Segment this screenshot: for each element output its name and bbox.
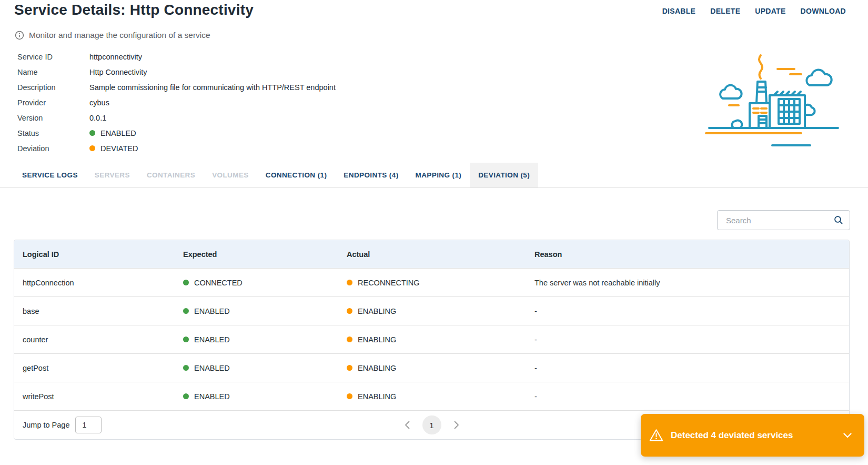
column-header-reason: Reason bbox=[526, 240, 849, 269]
page-title: Service Details: Http Connectivity bbox=[14, 2, 254, 18]
status-dot bbox=[347, 308, 352, 314]
expected-cell: ENABLED bbox=[175, 382, 338, 411]
logical-id-cell: base bbox=[14, 297, 175, 325]
download-button[interactable]: DOWNLOAD bbox=[801, 7, 846, 15]
actual-status-text: RECONNECTING bbox=[358, 279, 420, 287]
table-row: getPost ENABLED ENABLING - bbox=[14, 354, 849, 382]
detail-field-row: Description Sample commissioning file fo… bbox=[17, 80, 336, 95]
tab-deviation[interactable]: DEVIATION (5) bbox=[470, 163, 538, 187]
status-dot bbox=[89, 145, 95, 151]
deviation-table-card: Logical ID Expected Actual Reason httpCo… bbox=[14, 240, 850, 440]
tab-connection[interactable]: CONNECTION (1) bbox=[257, 163, 336, 187]
expected-status-text: ENABLED bbox=[194, 335, 230, 344]
field-label: Version bbox=[17, 114, 89, 122]
previous-page-button[interactable] bbox=[405, 421, 410, 429]
table-row: base ENABLED ENABLING - bbox=[14, 297, 849, 325]
tab-servers: SERVERS bbox=[86, 163, 138, 187]
logical-id-cell: httpConnection bbox=[14, 269, 175, 297]
reason-cell: - bbox=[526, 297, 849, 325]
field-value: cybus bbox=[89, 98, 109, 107]
field-value-text: httpconnectivity bbox=[89, 53, 142, 61]
status-dot bbox=[347, 280, 352, 285]
chevron-left-icon bbox=[405, 421, 410, 429]
field-value: httpconnectivity bbox=[89, 53, 142, 61]
tab-service-logs[interactable]: SERVICE LOGS bbox=[14, 163, 86, 187]
header-actions: DISABLE DELETE UPDATE DOWNLOAD bbox=[662, 7, 846, 15]
tab-endpoints[interactable]: ENDPOINTS (4) bbox=[335, 163, 407, 187]
expected-cell: ENABLED bbox=[175, 297, 338, 325]
page-number-button[interactable]: 1 bbox=[422, 415, 441, 434]
actual-status-text: ENABLING bbox=[358, 392, 396, 401]
service-details-list: Service ID httpconnectivity Name Http Co… bbox=[17, 49, 336, 156]
tab-bar: SERVICE LOGS SERVERS CONTAINERS VOLUMES … bbox=[0, 163, 868, 188]
page-subtitle-row: Monitor and manage the configuration of … bbox=[15, 31, 210, 40]
page-subtitle: Monitor and manage the configuration of … bbox=[29, 31, 210, 40]
column-header-actual: Actual bbox=[338, 240, 526, 269]
field-value-text: 0.0.1 bbox=[89, 114, 106, 122]
expected-status-text: ENABLED bbox=[194, 364, 230, 372]
actual-cell: ENABLING bbox=[338, 325, 526, 354]
factory-illustration bbox=[705, 52, 847, 151]
field-value: 0.0.1 bbox=[89, 114, 106, 122]
status-dot bbox=[183, 393, 189, 399]
update-button[interactable]: UPDATE bbox=[755, 7, 785, 15]
actual-status-text: ENABLING bbox=[358, 364, 396, 372]
field-value: ENABLED bbox=[89, 129, 136, 137]
info-icon bbox=[15, 31, 24, 40]
status-dot bbox=[183, 308, 189, 314]
jump-to-page-label: Jump to Page bbox=[23, 421, 69, 429]
reason-cell: - bbox=[526, 354, 849, 382]
status-dot bbox=[183, 337, 189, 342]
field-value-text: Http Connectivity bbox=[89, 68, 147, 76]
detail-field-row: Status ENABLED bbox=[17, 125, 336, 141]
expected-cell: CONNECTED bbox=[175, 269, 338, 297]
field-value-text: DEVIATED bbox=[100, 144, 138, 153]
status-dot bbox=[183, 280, 189, 285]
delete-button[interactable]: DELETE bbox=[710, 7, 740, 15]
detail-field-row: Deviation DEVIATED bbox=[17, 141, 336, 156]
table-header-row: Logical ID Expected Actual Reason bbox=[14, 240, 849, 269]
toast-message: Detected 4 deviated services bbox=[671, 430, 843, 441]
table-row: httpConnection CONNECTED RECONNECTING bbox=[14, 269, 849, 297]
status-dot bbox=[347, 337, 352, 342]
status-dot bbox=[183, 365, 189, 371]
search-box bbox=[717, 210, 850, 230]
search-icon[interactable] bbox=[834, 215, 843, 225]
next-page-button[interactable] bbox=[454, 421, 459, 429]
chevron-right-icon bbox=[454, 421, 459, 429]
expected-cell: ENABLED bbox=[175, 325, 338, 354]
disable-button[interactable]: DISABLE bbox=[662, 7, 696, 15]
column-header-expected: Expected bbox=[175, 240, 338, 269]
search-input[interactable] bbox=[725, 215, 834, 225]
tab-containers: CONTAINERS bbox=[138, 163, 204, 187]
status-dot bbox=[347, 393, 352, 399]
field-value: DEVIATED bbox=[89, 144, 138, 153]
status-dot bbox=[347, 365, 352, 371]
reason-cell: - bbox=[526, 325, 849, 354]
chevron-down-icon[interactable] bbox=[843, 433, 852, 438]
field-label: Provider bbox=[17, 98, 89, 107]
detail-field-row: Service ID httpconnectivity bbox=[17, 49, 336, 64]
jump-to-page-input[interactable] bbox=[75, 417, 102, 433]
warning-icon bbox=[649, 429, 663, 442]
tab-mapping[interactable]: MAPPING (1) bbox=[407, 163, 470, 187]
column-header-logical-id: Logical ID bbox=[14, 240, 175, 269]
logical-id-cell: writePost bbox=[14, 382, 175, 411]
expected-status-text: ENABLED bbox=[194, 392, 230, 401]
field-label: Name bbox=[17, 68, 89, 76]
field-value-text: ENABLED bbox=[100, 129, 136, 137]
actual-cell: RECONNECTING bbox=[338, 269, 526, 297]
field-label: Service ID bbox=[17, 53, 89, 61]
detail-field-row: Version 0.0.1 bbox=[17, 110, 336, 125]
deviation-table: Logical ID Expected Actual Reason httpCo… bbox=[14, 240, 849, 410]
deviation-toast[interactable]: Detected 4 deviated services bbox=[641, 414, 864, 457]
table-row: writePost ENABLED ENABLING - bbox=[14, 382, 849, 411]
field-value-text: Sample commissioning file for communicat… bbox=[89, 83, 336, 92]
logical-id-cell: counter bbox=[14, 325, 175, 354]
actual-status-text: ENABLING bbox=[358, 307, 396, 315]
status-dot bbox=[89, 130, 95, 136]
reason-cell: - bbox=[526, 382, 849, 411]
field-value-text: cybus bbox=[89, 98, 109, 107]
pagination: 1 bbox=[405, 415, 459, 434]
actual-cell: ENABLING bbox=[338, 382, 526, 411]
